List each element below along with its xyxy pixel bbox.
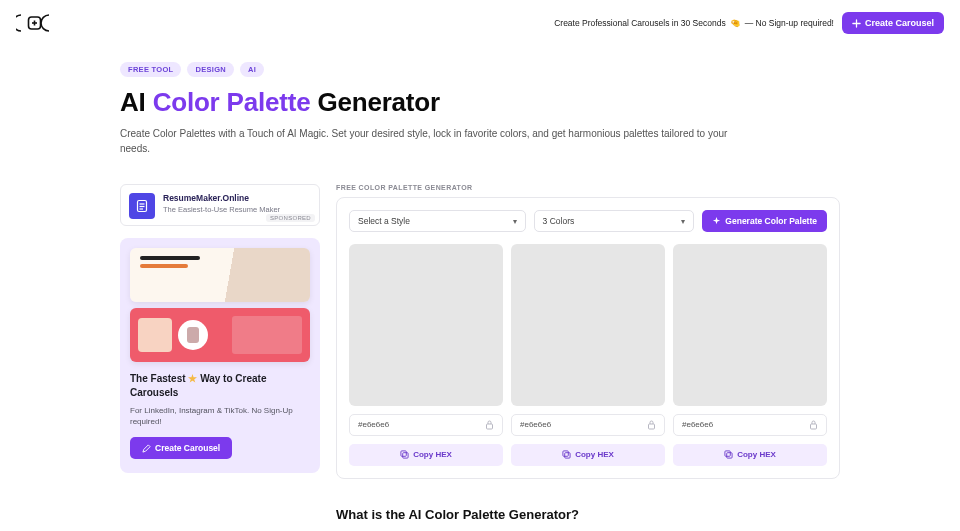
header-right: Create Professional Carousels in 30 Seco… xyxy=(554,12,944,34)
page: FREE TOOL DESIGN AI AI Color Palette Gen… xyxy=(120,62,840,531)
svg-rect-12 xyxy=(565,453,570,458)
pinch-icon: 🤏 xyxy=(730,18,741,28)
copy-label: Copy HEX xyxy=(737,450,776,459)
generator-label: FREE COLOR PALETTE GENERATOR xyxy=(336,184,840,191)
promo-title: The Fastest ★ Way to Create Carousels xyxy=(130,372,310,399)
site-logo[interactable] xyxy=(16,14,54,32)
header-promo-note: — No Sign-up required! xyxy=(745,18,834,28)
svg-rect-11 xyxy=(563,451,568,456)
copy-hex-button[interactable]: Copy HEX xyxy=(673,444,827,466)
color-swatch[interactable] xyxy=(673,244,827,406)
main: FREE COLOR PALETTE GENERATOR Select a St… xyxy=(336,184,840,531)
sidebar: ResumeMaker.Online The Easiest-to-Use Re… xyxy=(120,184,320,473)
promo-thumb-2 xyxy=(130,308,310,362)
article-heading-1: What is the AI Color Palette Generator? xyxy=(336,507,840,522)
promo-thumbnails xyxy=(130,248,310,362)
copy-label: Copy HEX xyxy=(413,450,452,459)
lock-icon[interactable] xyxy=(809,420,818,430)
hex-value: #e6e6e6 xyxy=(358,420,389,429)
header-promo-text: Create Professional Carousels in 30 Seco… xyxy=(554,18,726,28)
badge-design: DESIGN xyxy=(187,62,234,77)
plus-icon xyxy=(852,19,861,28)
generator-controls: Select a Style ▾ 3 Colors ▾ Generat xyxy=(349,210,827,232)
svg-rect-13 xyxy=(811,424,817,429)
swatch-3: #e6e6e6 Copy HEX xyxy=(673,244,827,466)
badge-row: FREE TOOL DESIGN AI xyxy=(120,62,840,77)
promo-create-carousel-button[interactable]: Create Carousel xyxy=(130,437,232,459)
svg-rect-15 xyxy=(727,453,732,458)
color-swatch[interactable] xyxy=(511,244,665,406)
hex-value: #e6e6e6 xyxy=(682,420,713,429)
chevron-down-icon: ▾ xyxy=(513,217,517,226)
top-bar: Create Professional Carousels in 30 Seco… xyxy=(0,0,960,42)
lock-icon[interactable] xyxy=(647,420,656,430)
ad-title: ResumeMaker.Online xyxy=(163,193,280,203)
color-swatch[interactable] xyxy=(349,244,503,406)
star-icon: ★ xyxy=(188,373,197,384)
count-select[interactable]: 3 Colors ▾ xyxy=(534,210,695,232)
resume-icon xyxy=(129,193,155,219)
swatch-2: #e6e6e6 Copy HEX xyxy=(511,244,665,466)
hex-input[interactable]: #e6e6e6 xyxy=(673,414,827,436)
sponsored-ad[interactable]: ResumeMaker.Online The Easiest-to-Use Re… xyxy=(120,184,320,226)
swatch-1: #e6e6e6 Copy HEX xyxy=(349,244,503,466)
copy-icon xyxy=(400,450,409,459)
svg-rect-9 xyxy=(403,453,408,458)
hex-input[interactable]: #e6e6e6 xyxy=(511,414,665,436)
copy-icon xyxy=(562,450,571,459)
promo-subtitle: For LinkedIn, Instagram & TikTok. No Sig… xyxy=(130,405,310,427)
style-select[interactable]: Select a Style ▾ xyxy=(349,210,526,232)
copy-hex-button[interactable]: Copy HEX xyxy=(349,444,503,466)
svg-rect-14 xyxy=(725,451,730,456)
ad-sponsored-label: SPONSORED xyxy=(266,214,315,222)
create-carousel-button[interactable]: Create Carousel xyxy=(842,12,944,34)
svg-rect-10 xyxy=(649,424,655,429)
header-promo: Create Professional Carousels in 30 Seco… xyxy=(554,18,834,28)
page-title: AI Color Palette Generator xyxy=(120,87,840,118)
create-carousel-label: Create Carousel xyxy=(865,18,934,28)
style-select-value: Select a Style xyxy=(358,216,410,226)
lock-icon[interactable] xyxy=(485,420,494,430)
svg-rect-7 xyxy=(487,424,493,429)
svg-rect-8 xyxy=(401,451,406,456)
generator-card: Select a Style ▾ 3 Colors ▾ Generat xyxy=(336,197,840,479)
badge-ai: AI xyxy=(240,62,264,77)
promo-card: The Fastest ★ Way to Create Carousels Fo… xyxy=(120,238,320,473)
swatch-row: #e6e6e6 Copy HEX xyxy=(349,244,827,466)
sparkle-icon xyxy=(712,217,721,226)
badge-free-tool: FREE TOOL xyxy=(120,62,181,77)
chevron-down-icon: ▾ xyxy=(681,217,685,226)
copy-hex-button[interactable]: Copy HEX xyxy=(511,444,665,466)
promo-cta-label: Create Carousel xyxy=(155,443,220,453)
generate-button[interactable]: Generate Color Palette xyxy=(702,210,827,232)
hex-input[interactable]: #e6e6e6 xyxy=(349,414,503,436)
count-select-value: 3 Colors xyxy=(543,216,575,226)
page-subtitle: Create Color Palettes with a Touch of AI… xyxy=(120,126,760,156)
generate-label: Generate Color Palette xyxy=(725,216,817,226)
copy-icon xyxy=(724,450,733,459)
edit-icon xyxy=(142,444,151,453)
hex-value: #e6e6e6 xyxy=(520,420,551,429)
ad-subtitle: The Easiest-to-Use Resume Maker xyxy=(163,205,280,215)
copy-label: Copy HEX xyxy=(575,450,614,459)
columns: ResumeMaker.Online The Easiest-to-Use Re… xyxy=(120,184,840,531)
promo-thumb-1 xyxy=(130,248,310,302)
